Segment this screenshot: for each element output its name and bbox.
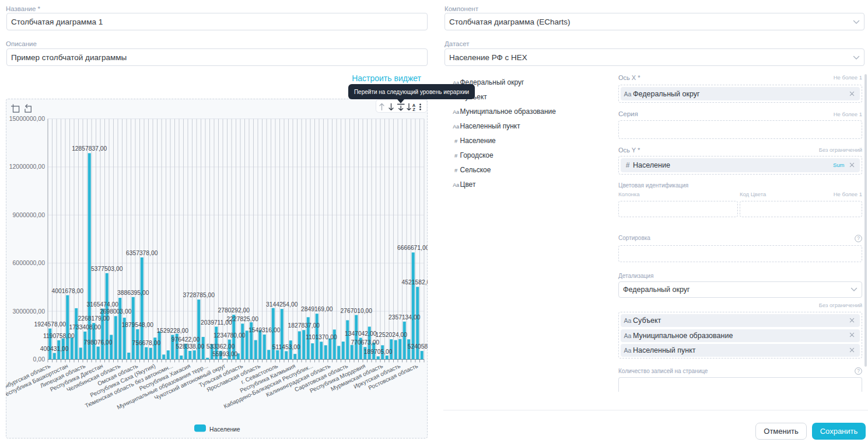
svg-text:2268179,00: 2268179,00 — [78, 315, 110, 322]
svg-text:2780292,00: 2780292,00 — [218, 307, 250, 314]
svg-text:976422,00: 976422,00 — [172, 336, 200, 343]
svg-text:6000000,00: 6000000,00 — [13, 259, 46, 266]
svg-text:4001678,00: 4001678,00 — [52, 288, 84, 294]
svg-text:Z: Z — [412, 107, 415, 112]
svg-text:1101370,00: 1101370,00 — [306, 334, 337, 340]
svg-text:528338,00: 528338,00 — [176, 343, 204, 350]
svg-text:3886395,00: 3886395,00 — [117, 290, 149, 296]
svg-text:4521582,00: 4521582,00 — [402, 279, 428, 286]
svg-text:524058,00: 524058,00 — [408, 343, 428, 350]
svg-text:1234780,00: 1234780,00 — [214, 332, 246, 339]
svg-text:400431,00: 400431,00 — [40, 346, 69, 352]
svg-text:756678,00: 756678,00 — [132, 340, 160, 346]
svg-text:?: ? — [857, 235, 860, 241]
svg-text:55993,00: 55993,00 — [212, 351, 237, 357]
svg-text:15000000,00: 15000000,00 — [9, 115, 45, 122]
svg-text:189705,00: 189705,00 — [364, 349, 393, 355]
svg-text:?: ? — [857, 368, 860, 374]
svg-text:3144254,00: 3144254,00 — [266, 301, 298, 308]
svg-text:Население: Население — [209, 426, 240, 433]
svg-text:1190758,00: 1190758,00 — [43, 333, 75, 339]
svg-text:1827837,00: 1827837,00 — [288, 322, 320, 329]
svg-text:3000000,00: 3000000,00 — [13, 308, 46, 315]
svg-text:770673,00: 770673,00 — [351, 339, 379, 346]
svg-text:12857837,00: 12857837,00 — [72, 145, 107, 152]
svg-text:2357134,00: 2357134,00 — [388, 314, 421, 321]
svg-text:6357378,00: 6357378,00 — [126, 250, 158, 256]
svg-text:1879548,00: 1879548,00 — [122, 322, 154, 328]
svg-text:5377503,00: 5377503,00 — [91, 266, 123, 272]
svg-text:2767010,00: 2767010,00 — [341, 308, 373, 314]
svg-text:6666671,00: 6666671,00 — [397, 245, 428, 251]
svg-text:9000000,00: 9000000,00 — [13, 211, 46, 218]
svg-text:12000000,00: 12000000,00 — [9, 163, 45, 170]
svg-text:3165474,00: 3165474,00 — [87, 301, 119, 308]
svg-text:511453,00: 511453,00 — [272, 344, 300, 350]
svg-text:798076,00: 798076,00 — [84, 339, 113, 346]
svg-text:1347042,00: 1347042,00 — [345, 330, 377, 337]
svg-text:2698003,00: 2698003,00 — [100, 308, 132, 315]
svg-text:1733408,00: 1733408,00 — [69, 324, 102, 330]
svg-text:0,00: 0,00 — [33, 356, 46, 363]
svg-text:3728785,00: 3728785,00 — [183, 292, 215, 298]
svg-text:2227825,00: 2227825,00 — [227, 316, 259, 322]
svg-text:1549316,00: 1549316,00 — [249, 327, 281, 333]
svg-text:533362,00: 533362,00 — [206, 343, 235, 350]
svg-text:1924578,00: 1924578,00 — [34, 321, 66, 328]
svg-text:1529228,00: 1529228,00 — [157, 328, 189, 334]
svg-text:1252024,00: 1252024,00 — [376, 332, 408, 338]
svg-text:2849169,00: 2849169,00 — [301, 306, 333, 312]
